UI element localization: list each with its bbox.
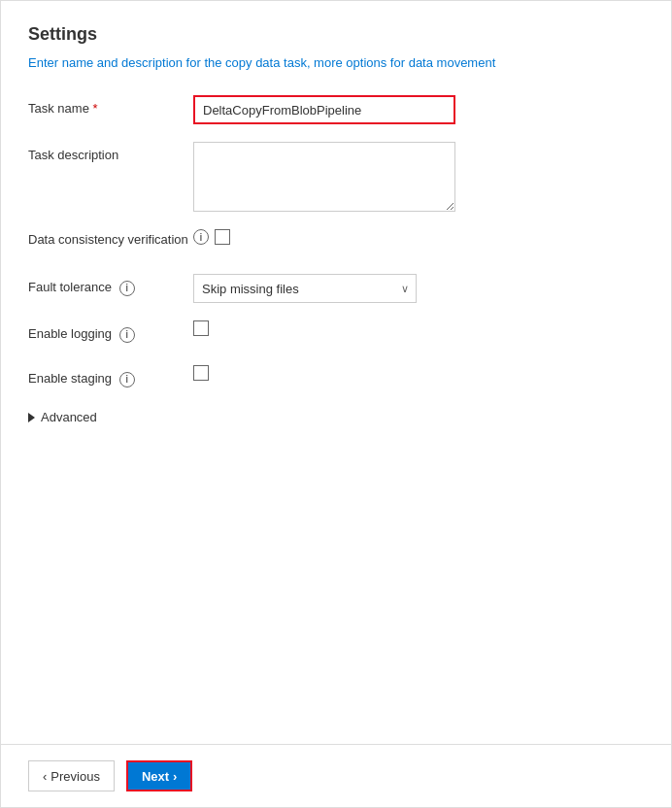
task-description-label: Task description [28,142,193,164]
task-name-wrapper [193,95,644,124]
fault-tolerance-select-wrapper: Skip missing files None Skip incompatibl… [193,274,417,303]
advanced-section[interactable]: Advanced [28,410,644,424]
enable-staging-wrapper [193,365,644,381]
data-consistency-wrapper: i [193,229,644,245]
enable-staging-label: Enable staging i [28,365,193,387]
enable-logging-wrapper [193,320,644,336]
next-label: Next [142,769,169,784]
enable-staging-info-icon: i [119,372,135,387]
enable-staging-row: Enable staging i [28,365,644,392]
enable-logging-info-icon: i [119,327,135,343]
previous-button[interactable]: ‹ Previous [28,760,115,791]
previous-label: Previous [50,769,100,784]
task-description-row: Task description [28,142,644,212]
enable-logging-row: Enable logging i [28,320,644,348]
fault-tolerance-row: Fault tolerance i Skip missing files Non… [28,274,644,303]
footer: ‹ Previous Next › [1,744,671,807]
enable-logging-label: Enable logging i [28,320,193,343]
data-consistency-checkbox[interactable] [215,229,230,245]
fault-tolerance-select[interactable]: Skip missing files None Skip incompatibl… [193,274,417,303]
page-title: Settings [28,24,644,45]
fault-tolerance-info-icon: i [119,281,135,296]
data-consistency-row: Data consistency verification i [28,229,644,256]
next-icon: › [173,769,177,784]
enable-logging-checkbox[interactable] [193,320,209,336]
fault-tolerance-wrapper: Skip missing files None Skip incompatibl… [193,274,644,303]
data-consistency-info-icon: i [193,229,209,245]
task-name-input[interactable] [193,95,455,124]
required-indicator: * [93,101,98,116]
next-button[interactable]: Next › [126,760,193,791]
task-name-row: Task name * [28,95,644,124]
advanced-label: Advanced [41,410,97,424]
enable-staging-checkbox[interactable] [193,365,209,381]
task-description-input[interactable] [193,142,455,212]
data-consistency-label: Data consistency verification [28,229,193,249]
subtitle: Enter name and description for the copy … [28,54,644,72]
advanced-chevron-icon [28,413,35,422]
main-content: Settings Enter name and description for … [1,1,671,744]
task-name-label: Task name * [28,95,193,118]
fault-tolerance-label: Fault tolerance i [28,274,193,296]
previous-icon: ‹ [43,769,47,784]
task-description-wrapper [193,142,644,212]
